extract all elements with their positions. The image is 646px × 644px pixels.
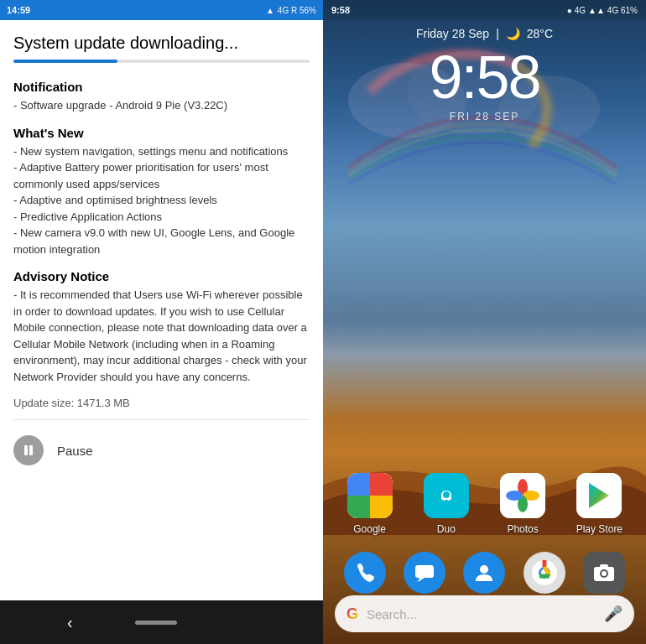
photos-label: Photos — [507, 523, 538, 535]
left-status-icons: ▲ 4G R 56% — [266, 6, 316, 15]
google-g-logo: G — [346, 605, 358, 623]
messages-svg — [413, 561, 436, 584]
right-separator: | — [496, 27, 499, 40]
right-status-icons: ● 4G ▲▲ 4G 61% — [567, 6, 638, 15]
right-panel: 9:58 ● 4G ▲▲ 4G 61% Friday 28 Sep | 🌙 28… — [323, 0, 646, 644]
left-nav-bar: ‹ — [0, 600, 323, 644]
dock-camera[interactable] — [583, 552, 625, 594]
svg-rect-14 — [415, 565, 434, 578]
right-signal-icon: ● — [567, 6, 572, 15]
whats-new-content: - New system navigation, settings menu a… — [13, 143, 310, 258]
contacts-svg — [472, 561, 496, 584]
update-size: Update size: 1471.3 MB — [13, 397, 310, 409]
photos-icon[interactable] — [500, 473, 545, 518]
phone-svg — [353, 561, 377, 584]
right-clock: 9:58 — [323, 47, 646, 107]
google-quad-1 — [347, 473, 370, 496]
svg-rect-22 — [600, 564, 608, 568]
google-icon-inner — [347, 473, 393, 518]
svg-point-11 — [506, 491, 523, 501]
search-bar[interactable]: G Search... 🎤 — [335, 595, 634, 632]
mic-icon[interactable]: 🎤 — [604, 605, 623, 623]
nav-home-pill[interactable] — [135, 621, 177, 625]
left-status-bar: 14:59 ▲ 4G R 56% — [0, 0, 323, 20]
dock-chrome[interactable] — [524, 552, 565, 594]
right-date-bar: Friday 28 Sep | 🌙 28°C — [323, 20, 646, 44]
right-status-bar: 9:58 ● 4G ▲▲ 4G 61% — [323, 0, 646, 20]
dock-messages[interactable] — [404, 552, 445, 594]
app-grid: Google Duo — [323, 473, 646, 535]
right-clock-date: FRI 28 SEP — [323, 111, 646, 122]
svg-rect-0 — [24, 445, 28, 455]
duo-svg — [433, 482, 460, 509]
right-battery-label: 4G 61% — [607, 6, 638, 15]
play-store-svg — [576, 473, 622, 518]
right-signal-bars: ▲▲ — [588, 6, 605, 15]
svg-point-6 — [443, 491, 450, 498]
nav-back-button[interactable]: ‹ — [67, 613, 73, 632]
pause-svg — [23, 444, 34, 456]
left-panel: 14:59 ▲ 4G R 56% System update downloadi… — [0, 0, 323, 644]
right-temperature: 28°C — [527, 27, 553, 40]
duo-label: Duo — [437, 523, 456, 535]
pause-icon[interactable] — [13, 435, 44, 465]
dock-phone[interactable] — [344, 552, 386, 594]
advisory-title: Advisory Notice — [13, 269, 310, 283]
progress-bar-fill — [13, 60, 117, 63]
camera-svg — [592, 561, 616, 584]
play-store-icon[interactable] — [576, 473, 622, 518]
app-item-duo[interactable]: Duo — [414, 473, 477, 535]
right-4g-label: 4G — [575, 6, 586, 15]
search-placeholder[interactable]: Search... — [367, 607, 596, 621]
update-title: System update downloading... — [13, 34, 310, 53]
google-quad-2 — [370, 473, 393, 496]
right-date-text: Friday 28 Sep — [416, 27, 489, 40]
divider — [13, 419, 310, 420]
dock — [323, 552, 646, 594]
app-item-play-store[interactable]: Play Store — [568, 473, 631, 535]
google-icon[interactable] — [347, 473, 393, 518]
left-content: System update downloading... Notificatio… — [0, 20, 323, 600]
dock-contacts[interactable] — [463, 552, 505, 594]
pause-row[interactable]: Pause — [13, 428, 310, 472]
advisory-content: - It is recommended that Users use Wi-Fi… — [13, 287, 310, 385]
app-item-google[interactable]: Google — [338, 473, 401, 535]
left-signal-icon: ▲ — [266, 6, 274, 15]
right-status-time: 9:58 — [331, 5, 350, 15]
svg-rect-1 — [29, 445, 33, 455]
whats-new-title: What's New — [13, 126, 310, 140]
duo-icon[interactable] — [424, 473, 469, 518]
svg-point-15 — [480, 565, 488, 574]
left-status-time: 14:59 — [7, 5, 30, 15]
app-item-photos[interactable]: Photos — [492, 473, 555, 535]
right-weather-icon: 🌙 — [506, 27, 520, 40]
photos-svg — [500, 473, 545, 518]
notification-title: Notification — [13, 80, 310, 94]
chrome-svg — [531, 559, 558, 586]
pause-label: Pause — [57, 444, 93, 458]
notification-content: - Software upgrade - Android 9 Pie (V3.2… — [13, 97, 310, 114]
play-store-label: Play Store — [576, 523, 623, 535]
google-quad-4 — [370, 496, 393, 518]
left-battery-label: 4G R 56% — [278, 6, 316, 15]
svg-point-21 — [602, 571, 607, 576]
progress-bar-container — [13, 60, 310, 63]
google-quad-3 — [347, 496, 370, 518]
google-label: Google — [353, 523, 386, 535]
